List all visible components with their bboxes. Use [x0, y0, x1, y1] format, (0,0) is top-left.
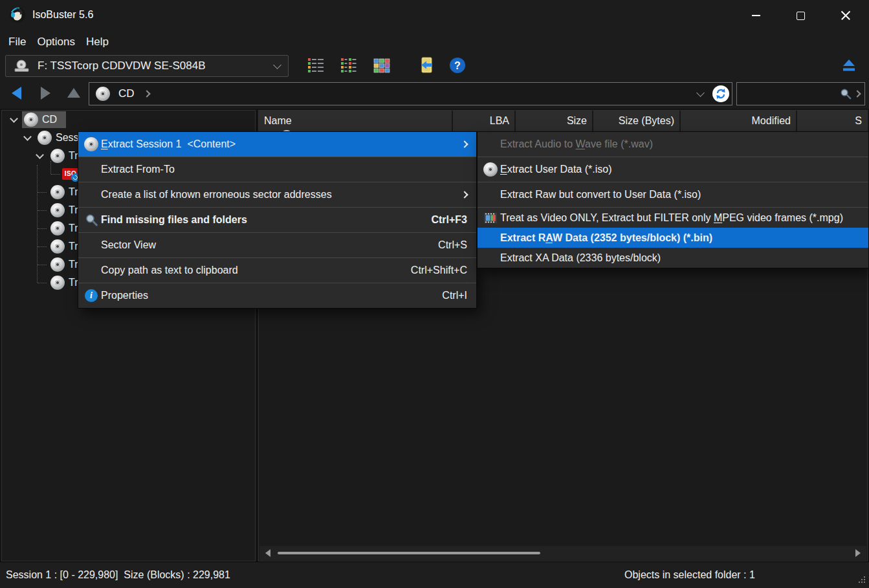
close-button[interactable] — [831, 0, 861, 31]
menu-item-label: Extract From-To — [101, 164, 175, 175]
scroll-right-icon[interactable] — [855, 549, 861, 557]
cd-disc-icon — [50, 276, 65, 290]
column-header-name[interactable]: Name — [259, 111, 453, 131]
status-objects-info: Objects in selected folder : 1 — [624, 562, 755, 588]
address-dropdown-chevron-icon[interactable] — [696, 89, 705, 97]
submenu-item-treat-as-video[interactable]: Treat as Video ONLY, Extract but FILTER … — [478, 208, 868, 228]
maximize-button[interactable] — [786, 0, 815, 31]
cd-disc-icon — [50, 203, 65, 217]
chevron-expanded-icon[interactable] — [10, 114, 18, 123]
eject-button[interactable] — [841, 58, 857, 73]
cd-disc-icon — [96, 87, 110, 101]
filmstrip-icon — [483, 213, 498, 223]
column-header-size-bytes[interactable]: Size (Bytes) — [593, 111, 681, 131]
menu-shortcut: Ctrl+Shift+C — [411, 265, 467, 276]
breadcrumb[interactable]: CD — [118, 87, 135, 100]
submenu-arrow-icon — [461, 140, 468, 147]
menu-shortcut: Ctrl+I — [442, 290, 467, 301]
submenu-item-extract-audio: Extract Audio to Wave file (*.wav) — [478, 132, 868, 157]
horizontal-scrollbar[interactable] — [259, 546, 866, 560]
menu-help[interactable]: Help — [86, 36, 109, 49]
cd-disc-icon — [50, 239, 65, 254]
menu-item-label: Extract Audio to Wave file (*.wav) — [500, 138, 653, 150]
submenu-item-extract-raw-data[interactable]: Extract RAW Data (2352 bytes/block) (*.b… — [478, 228, 868, 248]
scroll-left-icon[interactable] — [265, 549, 270, 557]
window-title: IsoBuster 5.6 — [32, 9, 93, 21]
menu-item-create-error-list[interactable]: Create a list of known erroneous sector … — [78, 182, 476, 207]
submenu-item-extract-raw-convert[interactable]: Extract Raw but convert to User Data (*.… — [478, 182, 868, 207]
column-header-lba[interactable]: LBA — [453, 111, 516, 131]
detail-view-button[interactable] — [340, 57, 357, 74]
menu-item-label: Properties — [101, 290, 148, 301]
scrollbar-thumb[interactable] — [278, 552, 540, 554]
menu-item-extract-from-to[interactable]: Extract From-To — [78, 157, 476, 182]
menu-item-extract-session[interactable]: Extract Session 1 <Content> — [78, 132, 476, 157]
menu-item-label: Find missing files and folders — [101, 214, 247, 226]
cd-disc-icon — [50, 221, 65, 235]
minimize-icon — [752, 15, 760, 16]
column-header-s[interactable]: S — [797, 111, 867, 131]
menu-item-properties[interactable]: i Properties Ctrl+I — [78, 283, 476, 308]
cd-disc-icon — [50, 257, 65, 272]
list-view-button[interactable] — [307, 57, 324, 74]
menu-item-label: Copy path as text to clipboard — [101, 265, 238, 276]
app-logo-icon — [8, 6, 27, 25]
menu-item-label: Extract User Data (*.iso) — [500, 164, 611, 175]
context-menu: Extract Session 1 <Content> Extract From… — [78, 131, 477, 309]
magnifier-icon — [83, 213, 99, 227]
search-icon — [840, 88, 852, 100]
drive-select[interactable]: F: TSSTcorp CDDVDW SE-S084B — [5, 55, 289, 77]
tree-item-label: CD — [39, 112, 60, 127]
svg-text:?: ? — [454, 60, 461, 71]
help-button[interactable]: ? — [449, 57, 466, 74]
column-header-modified[interactable]: Modified — [681, 111, 797, 131]
submenu-item-extract-user-data[interactable]: Extract User Data (*.iso) — [478, 157, 868, 182]
chevron-expanded-icon[interactable] — [23, 133, 32, 141]
cd-disc-icon — [483, 162, 498, 177]
chevron-expanded-icon[interactable] — [36, 151, 44, 159]
menu-item-label: Extract XA Data (2336 bytes/block) — [500, 252, 661, 264]
chevron-right-icon[interactable] — [143, 90, 150, 97]
menu-file[interactable]: File — [8, 36, 26, 49]
back-button[interactable] — [12, 87, 21, 100]
menu-options[interactable]: Options — [37, 36, 75, 49]
menu-bar: File Options Help — [0, 31, 869, 53]
up-button[interactable] — [67, 88, 80, 98]
search-input[interactable] — [737, 88, 840, 100]
search-bar[interactable] — [736, 82, 865, 105]
column-header-size[interactable]: Size — [516, 111, 593, 131]
forward-button[interactable] — [41, 87, 50, 100]
drive-icon — [14, 60, 30, 72]
menu-shortcut: Ctrl+F3 — [431, 214, 467, 226]
menu-shortcut: Ctrl+S — [438, 239, 467, 251]
refresh-button[interactable] — [712, 85, 729, 102]
cd-disc-icon — [24, 113, 38, 127]
status-session-info: Session 1 : [0 - 229,980] Size (Blocks) … — [6, 562, 230, 588]
tree-item-cd[interactable]: CD — [2, 111, 255, 129]
cd-disc-icon — [38, 131, 52, 145]
maximize-icon — [797, 12, 805, 20]
menu-item-label: Extract RAW Data (2352 bytes/block) (*.b… — [500, 232, 712, 244]
cd-disc-icon — [83, 137, 99, 151]
submenu-arrow-icon — [461, 191, 468, 198]
cd-disc-icon — [50, 185, 65, 199]
extract-folder-button[interactable] — [417, 56, 434, 74]
menu-item-sector-view[interactable]: Sector View Ctrl+S — [78, 233, 476, 257]
menu-item-label: Sector View — [101, 239, 156, 251]
menu-item-label: Extract Raw but convert to User Data (*.… — [500, 189, 701, 201]
menu-item-find-missing[interactable]: Find missing files and folders Ctrl+F3 — [78, 208, 476, 232]
menu-item-label: Create a list of known erroneous sector … — [101, 189, 332, 201]
address-bar[interactable]: CD — [89, 82, 732, 105]
submenu-item-extract-xa-data[interactable]: Extract XA Data (2336 bytes/block) — [478, 248, 868, 268]
search-go-chevron-icon[interactable] — [853, 90, 861, 97]
thumbnail-view-button[interactable] — [373, 57, 390, 74]
cd-disc-icon — [50, 149, 65, 163]
menu-item-copy-path[interactable]: Copy path as text to clipboard Ctrl+Shif… — [78, 258, 476, 283]
list-header: Name LBA Size Size (Bytes) Modified S — [259, 111, 867, 131]
info-icon: i — [83, 289, 99, 302]
minimize-button[interactable] — [741, 0, 771, 31]
resize-grip[interactable] — [857, 575, 865, 583]
extract-submenu: Extract Audio to Wave file (*.wav) Extra… — [477, 131, 869, 268]
close-icon — [841, 10, 851, 21]
drive-select-value: F: TSSTcorp CDDVDW SE-S084B — [38, 60, 205, 72]
